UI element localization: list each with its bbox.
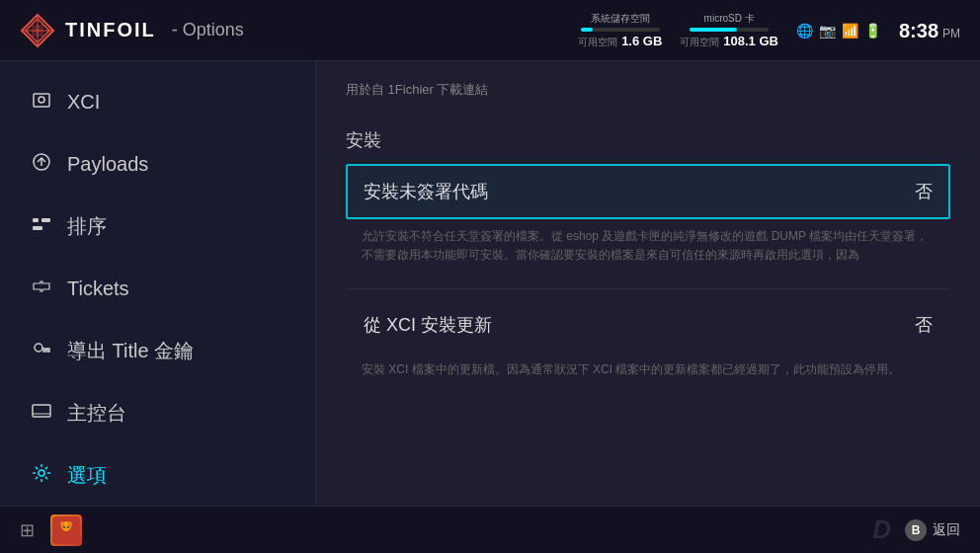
svg-point-14 <box>39 470 44 476</box>
wifi-icon: 📶 <box>842 23 858 39</box>
xci-icon <box>30 89 53 116</box>
microsd-size: 108.1 GB <box>723 34 778 48</box>
sidebar-label-xci: XCI <box>67 91 100 114</box>
tickets-icon <box>30 276 53 302</box>
setting-install-unsigned[interactable]: 安裝未簽署代碼 否 <box>346 164 950 219</box>
bottom-bar: ⊞ D B 返回 <box>0 506 980 553</box>
system-storage-block: 系統儲存空間 可用空間 1.6 GB <box>578 12 662 49</box>
d-logo: D <box>872 514 891 545</box>
sidebar-label-options: 選項 <box>67 462 107 489</box>
system-storage-fill <box>581 28 593 32</box>
avatar <box>50 514 82 546</box>
sidebar-item-xci[interactable]: XCI <box>0 71 315 133</box>
system-available-label: 可用空間 <box>578 36 617 49</box>
top-note: 用於自 1Fichier 下載連結 <box>346 81 950 109</box>
battery-icon: 🔋 <box>864 23 881 39</box>
sidebar-item-export-title[interactable]: 導出 Title 金鑰 <box>0 320 315 382</box>
top-bar-right: 系統儲存空間 可用空間 1.6 GB microSD 卡 可用空間 108.1 … <box>578 12 960 49</box>
console-icon <box>30 400 53 427</box>
setting1-label: 安裝未簽署代碼 <box>364 180 488 203</box>
svg-rect-8 <box>33 218 39 222</box>
svg-point-17 <box>60 521 64 527</box>
svg-point-11 <box>35 344 42 352</box>
install-section-title: 安裝 <box>346 128 950 152</box>
sidebar-item-tickets[interactable]: Tickets <box>0 258 315 320</box>
section-divider <box>346 288 950 289</box>
sidebar-label-tickets: Tickets <box>67 277 129 300</box>
sidebar: XCI Payloads 排序 <box>0 61 316 506</box>
main-layout: XCI Payloads 排序 <box>0 61 980 506</box>
globe-icon: 🌐 <box>796 23 813 39</box>
sidebar-item-options[interactable]: 選項 <box>0 444 315 507</box>
setting-install-from-xci[interactable]: 從 XCI 安裝更新 否 <box>346 297 950 353</box>
time-block: 8:38 PM <box>899 21 960 40</box>
setting1-value: 否 <box>915 180 933 203</box>
system-storage-bar <box>581 28 660 32</box>
sidebar-label-payloads: Payloads <box>67 153 148 176</box>
logo-area: TINFOIL - Options <box>20 13 244 48</box>
microsd-storage-block: microSD 卡 可用空間 108.1 GB <box>680 12 778 49</box>
sidebar-label-sort: 排序 <box>67 213 107 240</box>
payloads-icon <box>30 151 53 178</box>
sort-icon <box>30 213 53 240</box>
microsd-storage-fill <box>690 28 737 32</box>
system-size: 1.6 GB <box>621 34 662 48</box>
b-circle-icon: B <box>905 519 927 541</box>
time-ampm: PM <box>942 27 960 40</box>
logo-icon <box>20 13 55 48</box>
sidebar-item-console[interactable]: 主控台 <box>0 382 315 444</box>
setting2-label: 從 XCI 安裝更新 <box>364 313 492 337</box>
sidebar-label-console: 主控台 <box>67 400 126 427</box>
svg-point-6 <box>39 97 44 103</box>
sidebar-item-payloads[interactable]: Payloads <box>0 133 315 196</box>
b-button[interactable]: B 返回 <box>905 519 960 541</box>
microsd-storage-bar <box>690 28 769 32</box>
sidebar-label-export-title: 導出 Title 金鑰 <box>67 338 194 364</box>
b-letter: B <box>912 523 921 537</box>
options-label: - Options <box>172 20 244 40</box>
sidebar-item-sort[interactable]: 排序 <box>0 196 315 258</box>
svg-point-20 <box>67 526 69 528</box>
status-icons: 🌐 📷 📶 🔋 <box>796 23 881 39</box>
top-bar: TINFOIL - Options 系統儲存空間 可用空間 1.6 GB mic… <box>0 0 980 61</box>
time-display: 8:38 <box>899 21 939 40</box>
logo-text: TINFOIL <box>65 19 156 41</box>
sd-card-icon: 📷 <box>819 23 836 39</box>
key-icon <box>30 338 53 364</box>
microsd-available-label: 可用空間 <box>680 36 719 49</box>
setting1-description: 允許安裝不符合任天堂簽署的檔案。從 eshop 及遊戲卡匣的純淨無修改的遊戲 D… <box>346 219 950 280</box>
svg-rect-12 <box>33 405 50 417</box>
b-button-label: 返回 <box>933 521 960 539</box>
bottom-right: D B 返回 <box>872 514 960 545</box>
setting2-description: 安裝 XCI 檔案中的更新檔。因為通常狀況下 XCI 檔案中的更新檔案都已經過期… <box>346 353 950 395</box>
content-area: 用於自 1Fichier 下載連結 安裝 安裝未簽署代碼 否 允許安裝不符合任天… <box>316 61 980 506</box>
options-icon <box>30 462 53 489</box>
system-storage-label: 系統儲存空間 <box>591 12 650 26</box>
svg-point-18 <box>68 521 72 527</box>
setting2-value: 否 <box>915 313 933 337</box>
svg-rect-9 <box>33 226 42 230</box>
svg-point-19 <box>63 526 65 528</box>
svg-rect-5 <box>34 94 49 107</box>
microsd-label: microSD 卡 <box>704 12 755 26</box>
svg-rect-10 <box>41 218 50 222</box>
grid-icon[interactable]: ⊞ <box>20 519 35 541</box>
